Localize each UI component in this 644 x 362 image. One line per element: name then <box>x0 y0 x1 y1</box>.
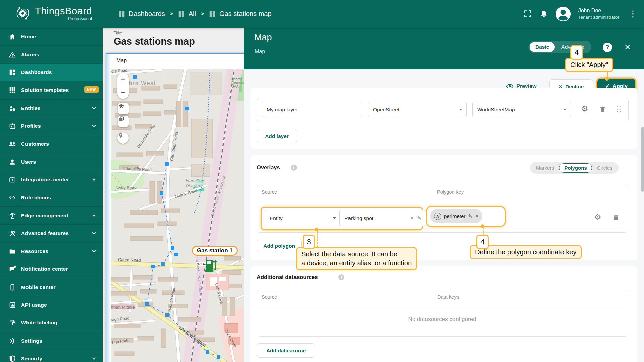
layer-delete-trash-icon[interactable] <box>599 106 606 113</box>
add-datasource-button[interactable]: Add datasource <box>257 343 315 358</box>
settings-title: Map <box>254 32 272 43</box>
chevron-down-icon <box>459 109 462 112</box>
sidebar-item-mobile-center[interactable]: Mobile center <box>0 278 103 296</box>
solution-templates-icon <box>9 86 16 94</box>
notifications-bell-icon[interactable] <box>540 10 548 18</box>
breadcrumb: Dashboards > All > Gas stations map <box>118 0 272 28</box>
user-info[interactable]: John Doe Tenant administrator <box>578 7 619 21</box>
sidebar-item-entities[interactable]: Entities <box>0 100 103 117</box>
widget-title: Map <box>116 58 127 64</box>
white-labeling-icon <box>9 319 16 326</box>
map-layers-button[interactable] <box>118 103 129 114</box>
breadcrumb-all[interactable]: All <box>178 10 196 18</box>
chevron-down-icon <box>91 105 97 112</box>
map-widget-card: Map <box>106 53 244 362</box>
tour-connector-dot <box>315 228 318 231</box>
fullscreen-icon[interactable] <box>523 9 532 18</box>
sidebar-item-home[interactable]: Home <box>0 28 103 46</box>
layer-name-input[interactable]: My map layer <box>262 102 362 117</box>
dashboard-icon <box>209 10 216 18</box>
close-icon[interactable]: × <box>625 41 631 53</box>
dashboards-icon <box>9 69 16 76</box>
layer-settings-gear-icon[interactable]: ⚙ <box>581 105 588 113</box>
overlays-heading: Overlays <box>257 164 280 171</box>
users-icon <box>9 158 16 166</box>
sidebar-item-advanced-features[interactable]: Advanced features <box>0 225 103 242</box>
pages-icon <box>118 116 125 122</box>
map-type-button[interactable] <box>118 116 129 127</box>
tour-tooltip-3: Select the data source. It can be a devi… <box>296 247 417 270</box>
sidebar-item-security[interactable]: Security <box>0 350 103 362</box>
map-preview[interactable]: Cabra West Dingle Road Drumcliffe Drive … <box>111 69 244 362</box>
notification-center-icon <box>9 265 16 273</box>
dashboard-title-input[interactable]: Gas stations map <box>114 36 195 47</box>
more-menu-icon[interactable]: ⋮ <box>627 9 639 19</box>
layer-provider-select[interactable]: OpenStreet <box>368 102 467 117</box>
map-locate-button[interactable] <box>117 132 129 144</box>
app-logo[interactable]: ThingsBoard Professional <box>15 5 92 21</box>
sidebar-item-notification-center[interactable]: Notification center <box>0 260 103 278</box>
tour-connector-dot <box>605 77 609 81</box>
column-header-data-keys: Data keys <box>437 294 459 300</box>
sidebar-item-integrations-center[interactable]: Integrations center <box>0 171 103 189</box>
sidebar-item-profiles[interactable]: Profiles <box>0 117 103 135</box>
sidebar-item-users[interactable]: Users <box>0 153 103 171</box>
dashboard-icon <box>118 10 125 18</box>
sidebar-item-api-usage[interactable]: API usage <box>0 296 103 314</box>
sidebar-item-solution-templates[interactable]: Solution templatesNEW <box>0 81 103 99</box>
gas-station-tooltip[interactable]: Gas station 1 <box>192 246 238 256</box>
edit-pencil-icon[interactable]: ✎ <box>417 215 422 221</box>
remove-icon[interactable]: × <box>475 213 479 220</box>
avatar[interactable] <box>555 6 571 22</box>
layers-icon <box>118 103 125 110</box>
column-header-polygon-key: Polygon key <box>437 189 464 195</box>
sidebar: Home Alarms Dashboards Solution template… <box>0 28 103 362</box>
overlay-type-toggle: Markers Polygons Circles <box>530 162 619 174</box>
resources-folder-icon <box>9 248 16 255</box>
breadcrumb-current[interactable]: Gas stations map <box>209 10 272 18</box>
sidebar-item-edge-management[interactable]: Edge management <box>0 207 103 225</box>
sidebar-item-customers[interactable]: Customers <box>0 135 103 153</box>
sidebar-item-dashboards[interactable]: Dashboards <box>0 64 103 81</box>
widget-preview-panel: Title* Gas stations map Map <box>103 28 244 362</box>
clear-icon[interactable]: × <box>410 214 414 222</box>
overlay-delete-trash-icon[interactable] <box>612 214 620 221</box>
zoom-out-button[interactable]: − <box>117 86 129 99</box>
breadcrumb-dashboards[interactable]: Dashboards <box>118 10 165 18</box>
brand-name: ThingsBoard <box>35 6 92 16</box>
sidebar-item-white-labeling[interactable]: White labeling <box>0 314 103 332</box>
chevron-down-icon <box>91 355 97 362</box>
layer-drag-handle[interactable] <box>617 106 622 113</box>
help-icon[interactable]: ? <box>603 43 612 52</box>
api-usage-icon <box>9 301 16 309</box>
rule-chains-icon <box>9 194 16 201</box>
overlay-source-entity-field[interactable]: Parking spot × ✎ <box>339 210 426 226</box>
mobile-center-icon <box>9 284 16 291</box>
toggle-markers[interactable]: Markers <box>531 163 559 173</box>
add-polygon-button[interactable]: Add polygon <box>257 239 302 253</box>
layer-maptype-select[interactable]: WorldStreetMap <box>472 102 571 117</box>
gas-pump-icon[interactable] <box>205 258 218 273</box>
dashboard-icon <box>178 10 185 18</box>
scrollbar-thumb[interactable] <box>641 127 644 192</box>
overlay-settings-gear-icon[interactable]: ⚙ <box>594 213 601 221</box>
chevron-down-icon <box>91 123 97 129</box>
toggle-circles[interactable]: Circles <box>592 163 618 173</box>
datasources-empty-state: No datasources configured <box>257 316 628 323</box>
chevron-down-icon <box>91 212 97 219</box>
edit-pencil-icon[interactable]: ✎ <box>468 213 472 219</box>
add-layer-button[interactable]: Add layer <box>257 129 297 143</box>
sidebar-item-resources[interactable]: Resources <box>0 243 103 260</box>
tour-connector-line <box>317 231 318 247</box>
sidebar-item-alarms[interactable]: Alarms <box>0 46 103 63</box>
widget-selection-edge <box>106 54 111 362</box>
polygon-key-chip[interactable]: A perimeter ✎ × <box>430 209 482 223</box>
zoom-in-button[interactable]: + <box>117 73 129 86</box>
sidebar-item-rule-chains[interactable]: Rule chains <box>0 189 103 207</box>
tab-basic[interactable]: Basic <box>530 42 555 52</box>
tour-connector-dot <box>481 224 484 228</box>
sidebar-item-settings[interactable]: Settings <box>0 332 103 350</box>
overlay-source-type-select[interactable]: Entity <box>265 210 340 226</box>
customers-icon <box>9 140 16 148</box>
toggle-polygons[interactable]: Polygons <box>559 163 592 173</box>
